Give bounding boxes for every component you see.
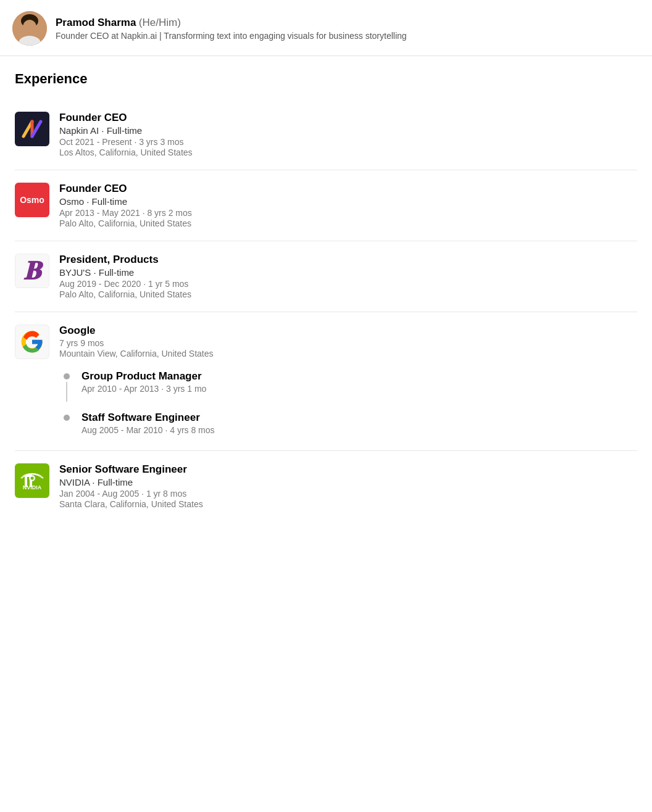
section-title: Experience bbox=[15, 71, 637, 87]
napkin-content: Founder CEO Napkin AI · Full-time Oct 20… bbox=[59, 112, 637, 157]
gpm-content: Group Product Manager Apr 2010 - Apr 201… bbox=[82, 370, 206, 402]
byjus-location: Palo Alto, California, United States bbox=[59, 289, 637, 299]
osmo-duration: Apr 2013 - May 2021 · 8 yrs 2 mos bbox=[59, 208, 637, 218]
experience-section: Experience Founder CEO Napkin AI · Full-… bbox=[0, 56, 652, 521]
gpm-title: Group Product Manager bbox=[82, 370, 206, 383]
experience-item-byjus: 𝐁 President, Products BYJU'S · Full-time… bbox=[15, 241, 637, 312]
google-company-name: Google bbox=[59, 325, 637, 337]
byjus-duration: Aug 2019 - Dec 2020 · 1 yr 5 mos bbox=[59, 279, 637, 289]
experience-item-nvidia: NVIDIA Senior Software Engineer NVIDIA ·… bbox=[15, 451, 637, 521]
napkin-title: Founder CEO bbox=[59, 112, 637, 124]
profile-tagline: Founder CEO at Napkin.ai | Transforming … bbox=[56, 31, 407, 41]
nvidia-location: Santa Clara, California, United States bbox=[59, 499, 637, 509]
byjus-logo: 𝐁 bbox=[15, 254, 49, 288]
profile-name-line: Pramod Sharma (He/Him) bbox=[56, 17, 407, 29]
gpm-duration: Apr 2010 - Apr 2013 · 3 yrs 1 mo bbox=[82, 384, 206, 394]
google-roles-container: Group Product Manager Apr 2010 - Apr 201… bbox=[15, 365, 637, 450]
nvidia-company: NVIDIA · Full-time bbox=[59, 477, 637, 487]
bullet-gpm bbox=[64, 373, 70, 379]
google-role-gpm: Group Product Manager Apr 2010 - Apr 201… bbox=[59, 365, 637, 407]
bullet-container-gpm bbox=[59, 370, 74, 402]
bullet-sse bbox=[64, 415, 70, 421]
profile-pronouns: (He/Him) bbox=[139, 17, 181, 28]
google-role-sse: Staff Software Engineer Aug 2005 - Mar 2… bbox=[59, 407, 637, 441]
napkin-location: Los Altos, California, United States bbox=[59, 147, 637, 157]
svg-point-2 bbox=[23, 20, 36, 35]
avatar bbox=[12, 11, 47, 46]
sse-title: Staff Software Engineer bbox=[82, 412, 215, 424]
osmo-company: Osmo · Full-time bbox=[59, 196, 637, 207]
osmo-logo: Osmo bbox=[15, 183, 49, 217]
connector-line-gpm bbox=[66, 382, 67, 402]
google-logo bbox=[15, 325, 49, 359]
osmo-logo-text: Osmo bbox=[20, 195, 44, 205]
nvidia-duration: Jan 2004 - Aug 2005 · 1 yr 8 mos bbox=[59, 489, 637, 499]
avatar-svg bbox=[12, 11, 47, 46]
osmo-location: Palo Alto, California, United States bbox=[59, 218, 637, 228]
experience-item-osmo: Osmo Founder CEO Osmo · Full-time Apr 20… bbox=[15, 170, 637, 241]
byjus-content: President, Products BYJU'S · Full-time A… bbox=[59, 254, 637, 299]
byjus-logo-letter: 𝐁 bbox=[23, 258, 41, 284]
napkin-duration: Oct 2021 - Present · 3 yrs 3 mos bbox=[59, 137, 637, 147]
svg-point-12 bbox=[31, 477, 34, 480]
profile-name: Pramod Sharma bbox=[56, 17, 136, 28]
sse-content: Staff Software Engineer Aug 2005 - Mar 2… bbox=[82, 412, 215, 436]
nvidia-logo: NVIDIA bbox=[15, 463, 49, 498]
bullet-container-sse bbox=[59, 412, 74, 436]
osmo-content: Founder CEO Osmo · Full-time Apr 2013 - … bbox=[59, 183, 637, 228]
google-content: Google 7 yrs 9 mos Mountain View, Califo… bbox=[59, 325, 637, 359]
profile-header: Pramod Sharma (He/Him) Founder CEO at Na… bbox=[0, 0, 652, 56]
byjus-company: BYJU'S · Full-time bbox=[59, 267, 637, 278]
nvidia-title: Senior Software Engineer bbox=[59, 463, 637, 476]
sse-duration: Aug 2005 - Mar 2010 · 4 yrs 8 mos bbox=[82, 425, 215, 435]
experience-item-google: Google 7 yrs 9 mos Mountain View, Califo… bbox=[15, 312, 637, 451]
svg-text:NVIDIA: NVIDIA bbox=[23, 484, 42, 491]
google-parent: Google 7 yrs 9 mos Mountain View, Califo… bbox=[15, 312, 637, 365]
nvidia-content: Senior Software Engineer NVIDIA · Full-t… bbox=[59, 463, 637, 509]
google-location: Mountain View, California, United States bbox=[59, 349, 637, 358]
byjus-title: President, Products bbox=[59, 254, 637, 266]
profile-info: Pramod Sharma (He/Him) Founder CEO at Na… bbox=[56, 17, 407, 41]
osmo-title: Founder CEO bbox=[59, 183, 637, 195]
napkin-logo bbox=[15, 112, 49, 146]
experience-item-napkin: Founder CEO Napkin AI · Full-time Oct 20… bbox=[15, 99, 637, 170]
napkin-company: Napkin AI · Full-time bbox=[59, 125, 637, 136]
google-total-duration: 7 yrs 9 mos bbox=[59, 338, 637, 348]
